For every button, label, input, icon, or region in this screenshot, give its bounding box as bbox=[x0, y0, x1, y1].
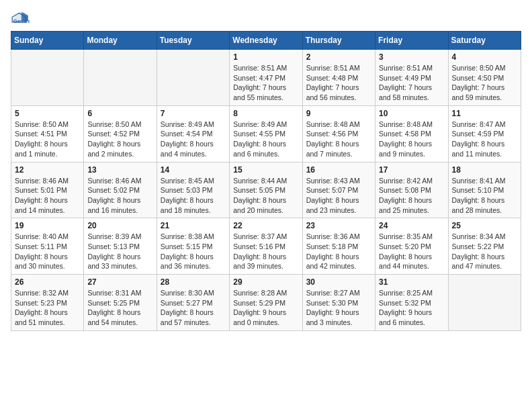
calendar-week-row: 5Sunrise: 8:50 AM Sunset: 4:51 PM Daylig… bbox=[11, 105, 521, 162]
day-content: Sunrise: 8:46 AM Sunset: 5:02 PM Dayligh… bbox=[87, 176, 152, 216]
weekday-header: Sunday bbox=[11, 32, 84, 50]
day-number: 22 bbox=[233, 221, 298, 230]
calendar-cell: 8Sunrise: 8:49 AM Sunset: 4:55 PM Daylig… bbox=[230, 105, 302, 162]
day-number: 20 bbox=[87, 221, 152, 230]
day-number: 24 bbox=[379, 221, 444, 230]
day-content: Sunrise: 8:30 AM Sunset: 5:27 PM Dayligh… bbox=[161, 288, 226, 328]
day-content: Sunrise: 8:40 AM Sunset: 5:11 PM Dayligh… bbox=[15, 232, 80, 271]
day-content: Sunrise: 8:28 AM Sunset: 5:29 PM Dayligh… bbox=[233, 288, 298, 328]
day-number: 11 bbox=[452, 109, 517, 118]
day-content: Sunrise: 8:35 AM Sunset: 5:20 PM Dayligh… bbox=[379, 232, 444, 271]
day-content: Sunrise: 8:48 AM Sunset: 4:58 PM Dayligh… bbox=[379, 120, 444, 159]
calendar-cell: 13Sunrise: 8:46 AM Sunset: 5:02 PM Dayli… bbox=[84, 162, 157, 218]
weekday-header: Saturday bbox=[448, 32, 521, 50]
calendar-cell: 16Sunrise: 8:43 AM Sunset: 5:07 PM Dayli… bbox=[302, 162, 375, 218]
logo: General bbox=[11, 11, 32, 26]
logo-icon: General bbox=[11, 11, 30, 26]
calendar-header-row: SundayMondayTuesdayWednesdayThursdayFrid… bbox=[11, 32, 521, 50]
calendar-cell: 19Sunrise: 8:40 AM Sunset: 5:11 PM Dayli… bbox=[11, 218, 84, 275]
day-number: 18 bbox=[452, 165, 517, 175]
calendar-week-row: 26Sunrise: 8:32 AM Sunset: 5:23 PM Dayli… bbox=[11, 275, 521, 331]
calendar-cell: 2Sunrise: 8:51 AM Sunset: 4:48 PM Daylig… bbox=[302, 50, 375, 106]
calendar-week-row: 1Sunrise: 8:51 AM Sunset: 4:47 PM Daylig… bbox=[11, 50, 521, 106]
day-number: 6 bbox=[87, 109, 152, 118]
page-header: General bbox=[11, 11, 521, 26]
day-number: 4 bbox=[452, 52, 517, 62]
day-content: Sunrise: 8:49 AM Sunset: 4:54 PM Dayligh… bbox=[161, 120, 226, 159]
day-number: 9 bbox=[306, 109, 371, 118]
day-number: 12 bbox=[15, 165, 80, 175]
weekday-header: Monday bbox=[84, 32, 157, 50]
day-number: 21 bbox=[161, 221, 226, 230]
day-content: Sunrise: 8:38 AM Sunset: 5:15 PM Dayligh… bbox=[161, 232, 226, 271]
day-content: Sunrise: 8:51 AM Sunset: 4:49 PM Dayligh… bbox=[379, 63, 444, 103]
day-content: Sunrise: 8:25 AM Sunset: 5:32 PM Dayligh… bbox=[379, 288, 444, 328]
day-number: 26 bbox=[15, 277, 80, 287]
calendar-cell: 20Sunrise: 8:39 AM Sunset: 5:13 PM Dayli… bbox=[84, 218, 157, 275]
calendar-cell: 26Sunrise: 8:32 AM Sunset: 5:23 PM Dayli… bbox=[11, 275, 84, 331]
day-number: 5 bbox=[15, 109, 80, 118]
day-content: Sunrise: 8:48 AM Sunset: 4:56 PM Dayligh… bbox=[306, 120, 371, 159]
day-number: 1 bbox=[233, 52, 298, 62]
calendar-cell bbox=[157, 50, 229, 106]
calendar-cell: 31Sunrise: 8:25 AM Sunset: 5:32 PM Dayli… bbox=[375, 275, 448, 331]
day-number: 27 bbox=[87, 277, 152, 287]
calendar-cell: 25Sunrise: 8:34 AM Sunset: 5:22 PM Dayli… bbox=[448, 218, 521, 275]
calendar-cell: 30Sunrise: 8:27 AM Sunset: 5:30 PM Dayli… bbox=[302, 275, 375, 331]
day-number: 19 bbox=[15, 221, 80, 230]
day-number: 31 bbox=[379, 277, 444, 287]
day-number: 8 bbox=[233, 109, 298, 118]
calendar-table: SundayMondayTuesdayWednesdayThursdayFrid… bbox=[11, 31, 521, 331]
calendar-cell bbox=[84, 50, 157, 106]
calendar-cell: 21Sunrise: 8:38 AM Sunset: 5:15 PM Dayli… bbox=[157, 218, 229, 275]
day-number: 13 bbox=[87, 165, 152, 175]
day-content: Sunrise: 8:50 AM Sunset: 4:52 PM Dayligh… bbox=[87, 120, 152, 159]
day-content: Sunrise: 8:34 AM Sunset: 5:22 PM Dayligh… bbox=[452, 232, 517, 271]
day-content: Sunrise: 8:46 AM Sunset: 5:01 PM Dayligh… bbox=[15, 176, 80, 216]
day-content: Sunrise: 8:42 AM Sunset: 5:08 PM Dayligh… bbox=[379, 176, 444, 216]
weekday-header: Friday bbox=[375, 32, 448, 50]
calendar-cell: 27Sunrise: 8:31 AM Sunset: 5:25 PM Dayli… bbox=[84, 275, 157, 331]
day-content: Sunrise: 8:47 AM Sunset: 4:59 PM Dayligh… bbox=[452, 120, 517, 159]
day-number: 7 bbox=[161, 109, 226, 118]
day-content: Sunrise: 8:44 AM Sunset: 5:05 PM Dayligh… bbox=[233, 176, 298, 216]
day-content: Sunrise: 8:51 AM Sunset: 4:48 PM Dayligh… bbox=[306, 63, 371, 103]
day-content: Sunrise: 8:41 AM Sunset: 5:10 PM Dayligh… bbox=[452, 176, 517, 216]
day-number: 25 bbox=[452, 221, 517, 230]
day-content: Sunrise: 8:31 AM Sunset: 5:25 PM Dayligh… bbox=[87, 288, 152, 328]
calendar-cell: 1Sunrise: 8:51 AM Sunset: 4:47 PM Daylig… bbox=[230, 50, 302, 106]
day-content: Sunrise: 8:49 AM Sunset: 4:55 PM Dayligh… bbox=[233, 120, 298, 159]
day-number: 30 bbox=[306, 277, 371, 287]
day-number: 3 bbox=[379, 52, 444, 62]
weekday-header: Wednesday bbox=[230, 32, 302, 50]
calendar-cell: 28Sunrise: 8:30 AM Sunset: 5:27 PM Dayli… bbox=[157, 275, 229, 331]
day-content: Sunrise: 8:50 AM Sunset: 4:51 PM Dayligh… bbox=[15, 120, 80, 159]
calendar-cell: 23Sunrise: 8:36 AM Sunset: 5:18 PM Dayli… bbox=[302, 218, 375, 275]
calendar-cell: 3Sunrise: 8:51 AM Sunset: 4:49 PM Daylig… bbox=[375, 50, 448, 106]
calendar-cell: 5Sunrise: 8:50 AM Sunset: 4:51 PM Daylig… bbox=[11, 105, 84, 162]
day-number: 17 bbox=[379, 165, 444, 175]
calendar-cell: 11Sunrise: 8:47 AM Sunset: 4:59 PM Dayli… bbox=[448, 105, 521, 162]
calendar-week-row: 19Sunrise: 8:40 AM Sunset: 5:11 PM Dayli… bbox=[11, 218, 521, 275]
calendar-week-row: 12Sunrise: 8:46 AM Sunset: 5:01 PM Dayli… bbox=[11, 162, 521, 218]
day-number: 15 bbox=[233, 165, 298, 175]
day-number: 23 bbox=[306, 221, 371, 230]
calendar-cell: 17Sunrise: 8:42 AM Sunset: 5:08 PM Dayli… bbox=[375, 162, 448, 218]
calendar-cell: 15Sunrise: 8:44 AM Sunset: 5:05 PM Dayli… bbox=[230, 162, 302, 218]
calendar-cell: 4Sunrise: 8:50 AM Sunset: 4:50 PM Daylig… bbox=[448, 50, 521, 106]
day-content: Sunrise: 8:39 AM Sunset: 5:13 PM Dayligh… bbox=[87, 232, 152, 271]
day-number: 28 bbox=[161, 277, 226, 287]
calendar-cell: 6Sunrise: 8:50 AM Sunset: 4:52 PM Daylig… bbox=[84, 105, 157, 162]
day-content: Sunrise: 8:32 AM Sunset: 5:23 PM Dayligh… bbox=[15, 288, 80, 328]
calendar-cell bbox=[448, 275, 521, 331]
day-content: Sunrise: 8:43 AM Sunset: 5:07 PM Dayligh… bbox=[306, 176, 371, 216]
calendar-cell: 14Sunrise: 8:45 AM Sunset: 5:03 PM Dayli… bbox=[157, 162, 229, 218]
calendar-cell: 29Sunrise: 8:28 AM Sunset: 5:29 PM Dayli… bbox=[230, 275, 302, 331]
calendar-cell: 18Sunrise: 8:41 AM Sunset: 5:10 PM Dayli… bbox=[448, 162, 521, 218]
calendar-cell: 10Sunrise: 8:48 AM Sunset: 4:58 PM Dayli… bbox=[375, 105, 448, 162]
calendar-cell: 7Sunrise: 8:49 AM Sunset: 4:54 PM Daylig… bbox=[157, 105, 229, 162]
svg-text:General: General bbox=[13, 18, 30, 24]
calendar-cell: 22Sunrise: 8:37 AM Sunset: 5:16 PM Dayli… bbox=[230, 218, 302, 275]
calendar-cell: 9Sunrise: 8:48 AM Sunset: 4:56 PM Daylig… bbox=[302, 105, 375, 162]
day-number: 14 bbox=[161, 165, 226, 175]
